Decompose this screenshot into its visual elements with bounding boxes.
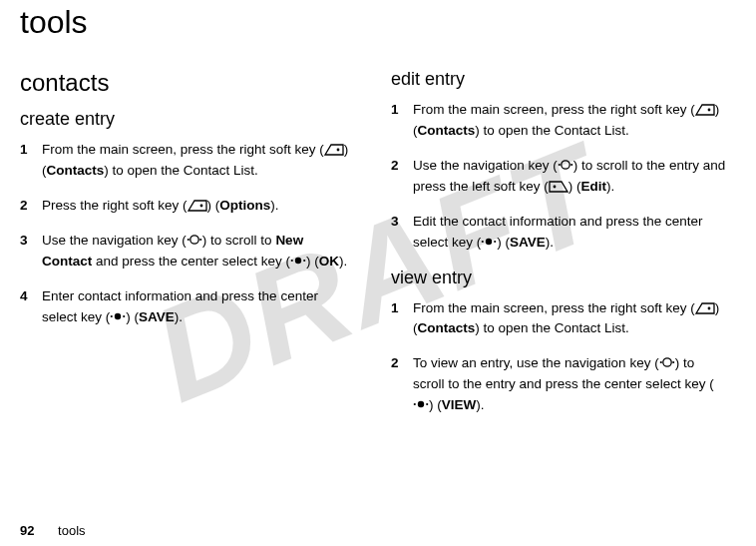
svg-point-22: [672, 361, 674, 363]
softkey-right-icon: [324, 144, 344, 156]
svg-point-21: [659, 361, 661, 363]
center-select-key-icon: [290, 254, 306, 268]
svg-point-10: [123, 314, 125, 316]
svg-point-0: [336, 149, 339, 152]
ui-label: Contacts: [418, 123, 476, 138]
edit-entry-steps: 1From the main screen, press the right s…: [391, 100, 726, 254]
step-number: 2: [391, 156, 413, 198]
softkey-right-icon: [695, 104, 715, 116]
ui-label: Contacts: [47, 163, 105, 178]
navigation-key-icon: [659, 355, 675, 369]
svg-point-2: [190, 236, 198, 244]
ui-label: Edit: [581, 179, 607, 194]
svg-point-5: [295, 257, 301, 263]
step-body: From the main screen, press the right so…: [413, 298, 726, 340]
step-number: 3: [391, 212, 413, 254]
step: 1From the main screen, press the right s…: [391, 298, 726, 340]
svg-point-17: [482, 241, 484, 243]
page-number: 92: [20, 523, 34, 538]
softkey-right-icon: [188, 200, 207, 212]
step-body: To view an entry, use the navigation key…: [413, 353, 726, 416]
view-entry-steps: 1From the main screen, press the right s…: [391, 298, 726, 417]
svg-point-19: [707, 306, 710, 309]
navigation-key-icon: [187, 233, 202, 247]
svg-point-20: [662, 358, 670, 366]
left-column: contacts create entry 1From the main scr…: [20, 69, 355, 430]
svg-point-1: [199, 204, 202, 207]
create-entry-heading: create entry: [20, 109, 355, 130]
svg-point-25: [426, 403, 428, 405]
ui-label: VIEW: [442, 397, 477, 412]
step: 3Use the navigation key () to scroll to …: [20, 231, 355, 273]
step-body: From the main screen, press the right so…: [42, 140, 355, 182]
svg-point-8: [115, 312, 121, 318]
step: 3Edit the contact information and press …: [391, 212, 726, 254]
page-title: tools: [20, 4, 726, 41]
ui-label: Contacts: [418, 320, 476, 335]
ui-label: SAVE: [510, 235, 546, 250]
create-entry-steps: 1From the main screen, press the right s…: [20, 140, 355, 327]
navigation-key-icon: [558, 158, 573, 172]
svg-point-9: [111, 314, 113, 316]
svg-point-13: [559, 164, 561, 166]
step: 1From the main screen, press the right s…: [391, 100, 726, 142]
svg-point-23: [418, 401, 424, 407]
step-body: Edit the contact information and press t…: [413, 212, 726, 254]
svg-point-14: [570, 164, 572, 166]
step: 1From the main screen, press the right s…: [20, 140, 355, 182]
step-body: Use the navigation key () to scroll to N…: [42, 231, 355, 273]
softkey-left-icon: [549, 181, 568, 193]
center-select-key-icon: [110, 309, 126, 323]
edit-entry-heading: edit entry: [391, 69, 726, 90]
svg-point-18: [494, 241, 496, 243]
footer-label: tools: [58, 523, 85, 538]
ui-label: OK: [319, 254, 339, 269]
step-number: 2: [391, 353, 413, 416]
svg-point-6: [291, 260, 293, 262]
center-select-key-icon: [481, 235, 497, 249]
svg-point-24: [414, 403, 416, 405]
svg-point-4: [199, 239, 201, 241]
step-body: Use the navigation key () to scroll to t…: [413, 156, 726, 198]
ui-label: Options: [219, 198, 270, 213]
page-content: tools contacts create entry 1From the ma…: [0, 4, 756, 430]
step-body: From the main screen, press the right so…: [413, 100, 726, 142]
step-number: 4: [20, 286, 42, 328]
step-number: 1: [391, 298, 413, 340]
step: 4Enter contact information and press the…: [20, 286, 355, 328]
ui-label: SAVE: [139, 309, 175, 324]
softkey-right-icon: [695, 302, 715, 314]
svg-point-3: [188, 239, 189, 241]
right-column: edit entry1From the main screen, press t…: [391, 69, 726, 430]
contacts-heading: contacts: [20, 69, 355, 97]
page-footer: 92 tools: [20, 523, 86, 538]
svg-point-12: [562, 161, 569, 169]
svg-point-16: [486, 238, 492, 244]
step: 2Press the right soft key () (Options).: [20, 196, 355, 217]
svg-point-11: [707, 109, 710, 112]
step: 2Use the navigation key () to scroll to …: [391, 156, 726, 198]
step-number: 1: [391, 100, 413, 142]
step-body: Press the right soft key () (Options).: [42, 196, 355, 217]
ui-label: New Contact: [42, 233, 303, 269]
view-entry-heading: view entry: [391, 268, 726, 288]
step-body: Enter contact information and press the …: [42, 286, 355, 328]
columns: contacts create entry 1From the main scr…: [20, 69, 726, 430]
svg-point-15: [553, 185, 556, 188]
step-number: 1: [20, 140, 42, 182]
svg-point-7: [303, 260, 305, 262]
step-number: 2: [20, 196, 42, 217]
step: 2To view an entry, use the navigation ke…: [391, 353, 726, 416]
step-number: 3: [20, 231, 42, 273]
center-select-key-icon: [413, 397, 429, 411]
